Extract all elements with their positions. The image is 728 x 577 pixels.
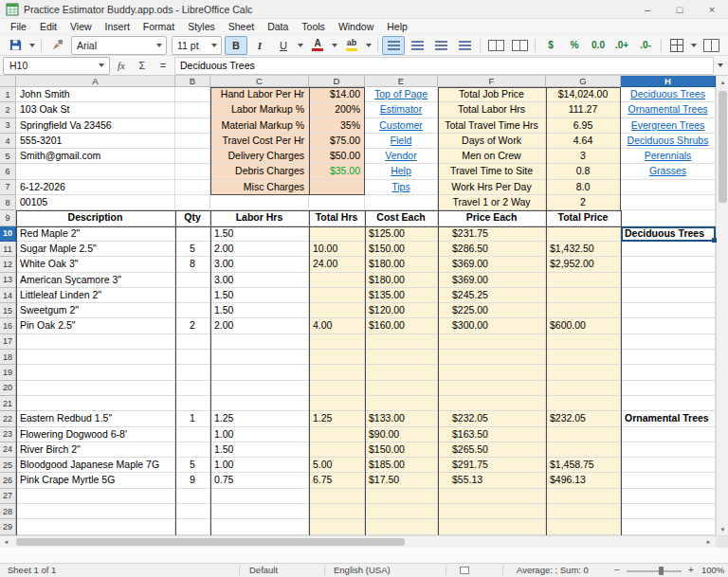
- cell-B9[interactable]: Qty: [175, 210, 210, 225]
- cell-F20[interactable]: [438, 381, 546, 396]
- cell-A19[interactable]: [16, 365, 175, 380]
- cell-B13[interactable]: [175, 273, 210, 288]
- cell-A25[interactable]: Bloodgood Japanese Maple 7G: [16, 458, 175, 473]
- cell-F22[interactable]: $232.05: [438, 411, 546, 426]
- row-header-16[interactable]: 16: [0, 318, 16, 334]
- cell-E28[interactable]: [365, 504, 438, 519]
- cell-C5[interactable]: Delivery Charges: [210, 149, 309, 164]
- cell-E19[interactable]: [365, 365, 438, 380]
- align-center-button[interactable]: [406, 36, 428, 55]
- cell-A12[interactable]: White Oak 3": [16, 257, 175, 272]
- cell-C14[interactable]: 1.50: [210, 288, 309, 303]
- cell-G5[interactable]: 3: [546, 149, 621, 164]
- clone-formatting-button[interactable]: [46, 36, 68, 55]
- cell-B25[interactable]: 5: [175, 458, 210, 473]
- cell-H2[interactable]: Ornamental Trees: [621, 102, 716, 117]
- cell-G23[interactable]: [546, 427, 621, 442]
- cell-F16[interactable]: $300.00: [438, 318, 546, 334]
- cell-F19[interactable]: [438, 365, 546, 380]
- cell-H17[interactable]: [621, 334, 716, 350]
- cell-H4[interactable]: Deciduous Shrubs: [621, 134, 716, 149]
- cell-E22[interactable]: $133.00: [365, 411, 438, 426]
- scroll-left-arrow[interactable]: ◂: [0, 536, 12, 548]
- menu-tools[interactable]: Tools: [295, 20, 332, 33]
- merge-center-button[interactable]: [484, 36, 507, 55]
- cell-G13[interactable]: [546, 273, 621, 288]
- cell-D25[interactable]: 5.00: [309, 458, 365, 473]
- delete-decimal-button[interactable]: .0-: [634, 36, 657, 55]
- cell-D18[interactable]: [309, 350, 365, 365]
- name-box[interactable]: H10: [3, 57, 110, 75]
- cell-D10[interactable]: [309, 226, 365, 242]
- cell-A21[interactable]: [16, 396, 175, 411]
- row-header-9[interactable]: 9: [0, 210, 16, 225]
- row-header-17[interactable]: 17: [0, 334, 16, 350]
- row-header-8[interactable]: 8: [0, 195, 16, 210]
- cell-H1[interactable]: Deciduous Trees: [621, 87, 716, 102]
- cell-C17[interactable]: [210, 334, 309, 350]
- row-header-22[interactable]: 22: [0, 411, 16, 426]
- cell-E7[interactable]: Tips: [365, 180, 438, 195]
- save-button[interactable]: [4, 36, 27, 55]
- cell-B23[interactable]: [175, 427, 210, 442]
- cell-E29[interactable]: [365, 519, 438, 534]
- cell-G20[interactable]: [546, 381, 621, 396]
- cell-E11[interactable]: $150.00: [365, 242, 438, 257]
- cell-F5[interactable]: Men on Crew: [438, 149, 546, 164]
- page-style-indicator[interactable]: Default: [249, 565, 278, 575]
- borders-button[interactable]: [665, 36, 688, 55]
- cell-H23[interactable]: [621, 427, 716, 442]
- cell-E6[interactable]: Help: [365, 164, 438, 179]
- cell-A13[interactable]: American Sycamore 3": [16, 273, 175, 288]
- cell-C22[interactable]: 1.25: [210, 411, 309, 426]
- cell-A17[interactable]: [16, 334, 175, 350]
- cell-A4[interactable]: 555-3201: [16, 134, 175, 149]
- cell-A7[interactable]: 6-12-2026: [16, 180, 175, 195]
- cell-G21[interactable]: [546, 396, 621, 411]
- cell-B12[interactable]: 8: [175, 257, 210, 272]
- cell-A15[interactable]: Sweetgum 2": [16, 303, 175, 318]
- cell-E10[interactable]: $125.00: [365, 226, 438, 242]
- cell-G4[interactable]: 4.64: [546, 134, 621, 149]
- column-header-F[interactable]: F: [438, 76, 546, 87]
- cell-G3[interactable]: 6.95: [546, 118, 621, 134]
- align-justify-button[interactable]: [453, 36, 476, 55]
- cell-H29[interactable]: [621, 519, 716, 534]
- cell-C13[interactable]: 3.00: [210, 273, 309, 288]
- cell-D26[interactable]: 6.75: [309, 473, 365, 488]
- cell-E12[interactable]: $180.00: [365, 257, 438, 272]
- cell-G17[interactable]: [546, 334, 621, 350]
- function-wizard-button[interactable]: fx: [112, 57, 131, 75]
- menu-window[interactable]: Window: [332, 20, 380, 33]
- cell-B3[interactable]: [175, 118, 210, 134]
- cell-G8[interactable]: 2: [546, 195, 621, 210]
- cell-H13[interactable]: [621, 273, 716, 288]
- insert-rows-button[interactable]: [700, 36, 722, 55]
- column-header-B[interactable]: B: [175, 76, 210, 87]
- cell-E26[interactable]: $17.50: [365, 473, 438, 488]
- row-header-12[interactable]: 12: [0, 257, 16, 272]
- cell-E8[interactable]: [365, 195, 438, 210]
- row-header-18[interactable]: 18: [0, 350, 16, 365]
- cell-D13[interactable]: [309, 273, 365, 288]
- cell-A2[interactable]: 103 Oak St: [16, 102, 175, 117]
- cell-C18[interactable]: [210, 350, 309, 365]
- cell-E23[interactable]: $90.00: [365, 427, 438, 442]
- cell-B17[interactable]: [175, 334, 210, 350]
- zoom-slider-thumb[interactable]: [659, 567, 664, 575]
- cell-A29[interactable]: [16, 519, 175, 534]
- row-header-14[interactable]: 14: [0, 288, 16, 303]
- row-header-27[interactable]: 27: [0, 489, 16, 504]
- cell-F9[interactable]: Price Each: [438, 210, 546, 225]
- cell-G18[interactable]: [546, 350, 621, 365]
- cell-D15[interactable]: [309, 303, 365, 318]
- cell-F27[interactable]: [438, 489, 546, 504]
- cell-B4[interactable]: [175, 134, 210, 149]
- menu-help[interactable]: Help: [380, 20, 414, 33]
- add-decimal-button[interactable]: .0+: [610, 36, 633, 55]
- cell-G14[interactable]: [546, 288, 621, 303]
- cell-C3[interactable]: Material Markup %: [210, 118, 309, 134]
- cell-D17[interactable]: [309, 334, 365, 350]
- cell-A16[interactable]: Pin Oak 2.5": [16, 318, 175, 334]
- cell-G26[interactable]: $496.13: [546, 473, 621, 488]
